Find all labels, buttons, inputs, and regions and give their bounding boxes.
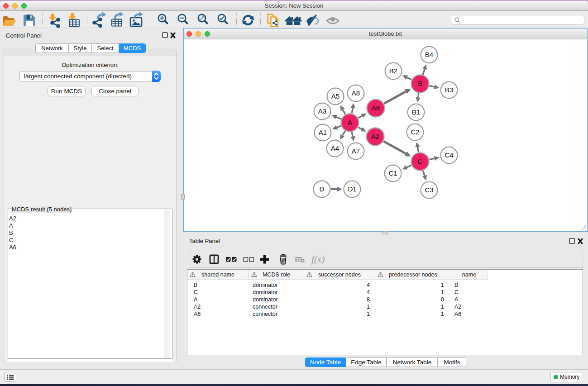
svg-text:C3: C3 xyxy=(425,186,433,194)
svg-text:A3: A3 xyxy=(318,107,326,115)
svg-text:C4: C4 xyxy=(445,151,453,159)
svg-text:A4: A4 xyxy=(331,144,339,152)
svg-text:A5: A5 xyxy=(331,92,339,100)
svg-text:C: C xyxy=(418,157,423,165)
svg-text:A7: A7 xyxy=(352,147,360,155)
svg-text:D: D xyxy=(320,185,325,193)
svg-text:B2: B2 xyxy=(389,67,397,75)
svg-text:B3: B3 xyxy=(445,86,453,94)
svg-text:A2: A2 xyxy=(371,133,379,140)
svg-text:B: B xyxy=(418,80,422,87)
svg-text:f(x): f(x) xyxy=(311,254,325,265)
svg-text:B4: B4 xyxy=(425,51,433,58)
svg-text:B1: B1 xyxy=(412,108,420,116)
svg-text:C2: C2 xyxy=(411,128,419,136)
svg-text:A: A xyxy=(348,119,352,126)
svg-text:A8: A8 xyxy=(352,89,360,97)
svg-text:A6: A6 xyxy=(372,104,380,112)
svg-text:D1: D1 xyxy=(348,185,356,193)
svg-text:A1: A1 xyxy=(319,129,327,136)
svg-text:C1: C1 xyxy=(388,169,397,177)
